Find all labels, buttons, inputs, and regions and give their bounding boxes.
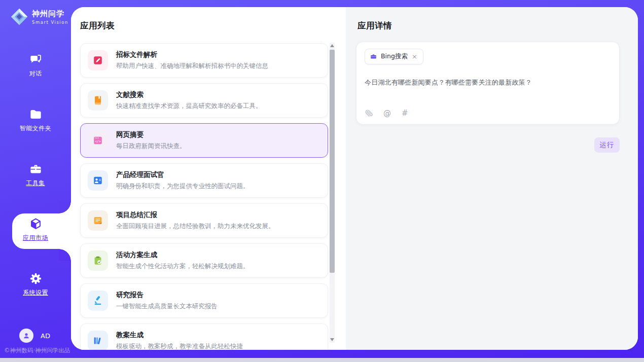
books-icon xyxy=(88,331,108,350)
gear-icon xyxy=(29,272,43,285)
app-card-title: 文献搜索 xyxy=(116,90,262,99)
sidebar-nav: 对话 智能文件夹 工具集 应用市场 系统设置 xyxy=(0,53,71,327)
brand-subtitle: Smart Vision xyxy=(32,20,68,25)
app-card-description: 一键智能生成高质量长文本研究报告 xyxy=(116,302,218,311)
app-card-description: 全面回顾项目进展，总结经验教训，助力未来优化发展。 xyxy=(116,222,275,231)
brand-logo: 神州问学 Smart Vision xyxy=(10,8,68,26)
research-icon xyxy=(88,291,108,311)
book-icon xyxy=(88,90,108,111)
briefcase-icon xyxy=(370,53,377,60)
run-button[interactable]: 运行 xyxy=(594,137,620,153)
note-icon xyxy=(88,210,108,231)
diamond-logo-icon xyxy=(10,8,28,26)
brand-name: 神州问学 xyxy=(32,9,68,19)
app-card[interactable]: </> 网页摘要 每日政府新闻资讯快查。 xyxy=(80,123,328,158)
app-card-title: 研究报告 xyxy=(116,291,218,300)
app-card-description: 每日政府新闻资讯快查。 xyxy=(116,142,186,151)
sidebar: 神州问学 Smart Vision 对话 智能文件夹 工具集 应用市场 xyxy=(0,0,71,358)
app-list-title: 应用列表 xyxy=(80,20,115,31)
app-detail-panel: 应用详情 Bing搜索 × 今日湖北有哪些新闻要点？有哪些需要关注的最新政策？ … xyxy=(346,7,638,350)
app-card[interactable]: 活动方案生成 智能生成个性化活动方案，轻松解决规划难题。 xyxy=(80,243,328,278)
app-card-description: 智能生成个性化活动方案，轻松解决规划难题。 xyxy=(116,262,249,271)
app-card[interactable]: 招标文件解析 帮助用户快速、准确地理解和解析招标书中的关键信息 xyxy=(80,43,328,78)
doc-edit-icon xyxy=(88,50,108,70)
clipboard-icon xyxy=(88,250,108,271)
scrollbar-up-arrow[interactable] xyxy=(330,44,334,47)
sidebar-item[interactable]: 系统设置 xyxy=(0,272,71,302)
prompt-card[interactable]: Bing搜索 × 今日湖北有哪些新闻要点？有哪些需要关注的最新政策？ @ # xyxy=(356,42,620,125)
sidebar-item[interactable]: 应用市场 xyxy=(0,217,71,247)
app-card-title: 网页摘要 xyxy=(116,130,186,139)
scrollbar[interactable] xyxy=(330,43,335,343)
app-card-title: 招标文件解析 xyxy=(116,50,268,59)
app-card-description: 帮助用户快速、准确地理解和解析招标书中的关键信息 xyxy=(116,62,268,70)
scrollbar-thumb[interactable] xyxy=(330,50,335,273)
mention-icon[interactable]: @ xyxy=(383,108,391,118)
tool-chip-label: Bing搜索 xyxy=(381,52,408,61)
app-card[interactable]: 产品经理面试官 明确身份和职责，为您提供专业性的面试问题。 xyxy=(80,163,328,198)
attachment-icon[interactable] xyxy=(365,110,373,117)
app-list-panel: 应用列表 招标文件解析 帮助用户快速、准确地理解和解析招标书中的关键信息 文献搜… xyxy=(71,7,346,350)
webpage-icon: </> xyxy=(88,130,108,151)
chat-icon xyxy=(29,53,43,66)
sidebar-item[interactable]: 工具集 xyxy=(0,162,71,193)
tool-chip[interactable]: Bing搜索 × xyxy=(365,49,423,64)
person-icon xyxy=(22,331,31,340)
app-card-description: 明确身份和职责，为您提供专业性的面试问题。 xyxy=(116,182,249,191)
copyright-text: ©神州数码·神州问学出品 xyxy=(4,347,70,354)
app-frame: 神州问学 Smart Vision 对话 智能文件夹 工具集 应用市场 xyxy=(0,0,644,358)
toolbox-icon xyxy=(29,162,43,176)
folder-icon xyxy=(29,107,43,121)
bubble-corner-top xyxy=(59,201,71,213)
app-card-title: 活动方案生成 xyxy=(116,250,249,260)
hash-icon[interactable]: # xyxy=(402,108,408,118)
close-icon[interactable]: × xyxy=(411,53,418,60)
app-card[interactable]: 文献搜索 快速精准查找学术资源，提高研究效率的必备工具。 xyxy=(80,83,328,118)
prompt-toolbar: @ # xyxy=(365,108,408,118)
scrollbar-down-arrow[interactable] xyxy=(330,338,334,341)
user-row[interactable]: AD xyxy=(19,329,50,343)
interviewer-icon xyxy=(88,170,108,191)
app-card-description: 模板驱动，教案秒成，教学准备从此轻松快捷 xyxy=(116,342,243,350)
prompt-text[interactable]: 今日湖北有哪些新闻要点？有哪些需要关注的最新政策？ xyxy=(365,78,611,87)
app-card-title: 项目总结汇报 xyxy=(116,210,275,220)
cube-icon xyxy=(29,217,43,231)
app-card-title: 产品经理面试官 xyxy=(116,170,249,179)
avatar[interactable] xyxy=(19,329,33,343)
app-card-title: 教案生成 xyxy=(116,331,243,340)
app-detail-title: 应用详情 xyxy=(357,20,392,31)
app-card[interactable]: 研究报告 一键智能生成高质量长文本研究报告 xyxy=(80,283,328,318)
app-card[interactable]: 教案生成 模板驱动，教案秒成，教学准备从此轻松快捷 xyxy=(80,323,328,350)
sidebar-item[interactable]: 对话 xyxy=(0,53,71,83)
sidebar-item[interactable]: 智能文件夹 xyxy=(0,107,71,138)
main-content: 应用列表 招标文件解析 帮助用户快速、准确地理解和解析招标书中的关键信息 文献搜… xyxy=(71,7,638,350)
bubble-corner-bottom xyxy=(59,249,71,261)
app-card[interactable]: 项目总结汇报 全面回顾项目进展，总结经验教训，助力未来优化发展。 xyxy=(80,203,328,238)
app-card-description: 快速精准查找学术资源，提高研究效率的必备工具。 xyxy=(116,102,262,111)
svg-text:</>: </> xyxy=(95,139,101,143)
app-card-list: 招标文件解析 帮助用户快速、准确地理解和解析招标书中的关键信息 文献搜索 快速精… xyxy=(80,43,328,350)
user-label: AD xyxy=(41,332,50,340)
